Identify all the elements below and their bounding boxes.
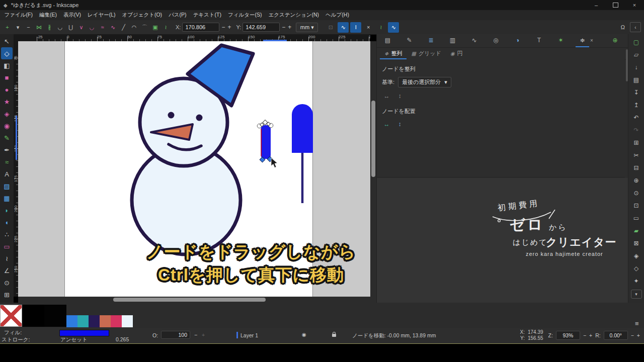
chip-salmon[interactable] — [100, 315, 111, 327]
snap-toggle-icon[interactable]: Ω — [621, 24, 625, 30]
tab-layers-objects[interactable]: ≣ — [424, 34, 438, 46]
tool-eraser[interactable]: ▭ — [1, 240, 13, 252]
menu-help[interactable]: ヘルプ(H) — [323, 12, 353, 19]
layer-lock-icon[interactable] — [332, 334, 336, 337]
tool-shape-builder[interactable]: ◧ — [1, 59, 13, 71]
minimize-icon[interactable]: – — [587, 0, 606, 10]
menu-layer[interactable]: レイヤー(L) — [84, 12, 119, 19]
tool-connector[interactable]: ≀ — [1, 252, 13, 264]
swatch-black-2[interactable] — [44, 305, 66, 327]
tab-find[interactable]: ◎ — [489, 34, 503, 46]
print-icon[interactable]: ▤ — [630, 73, 642, 86]
x-increment-icon[interactable]: + — [227, 24, 231, 31]
chip-blue[interactable] — [66, 315, 77, 327]
tool-dropper[interactable]: ◗ — [1, 204, 13, 216]
menu-filters[interactable]: フィルター(S) — [225, 12, 265, 19]
horizontal-scrollbar-thumb[interactable] — [113, 298, 266, 302]
unlink-clone-icon[interactable]: ◇ — [630, 262, 642, 275]
rotation-field[interactable]: 0.00° — [604, 331, 628, 340]
stroke-width-value[interactable]: 0.265 — [116, 336, 129, 342]
zoom-page-icon[interactable]: ⊡ — [630, 199, 642, 212]
horizontal-ruler[interactable]: -250255075100125150175200225250 — [18, 34, 370, 41]
chip-alice-white[interactable] — [122, 315, 133, 327]
tool-3dbox[interactable]: ◈ — [1, 108, 13, 120]
toggle-show-helper[interactable]: I — [350, 22, 361, 33]
panel-resize-grip[interactable]: ⁞ — [371, 163, 373, 168]
opacity-increment-icon[interactable]: + — [202, 332, 205, 338]
canvas-viewport[interactable]: ノードをドラッグしながら Ctrlを押して真下に移動 — [18, 41, 370, 297]
paste-icon[interactable]: ⊟ — [630, 161, 642, 174]
break-nodes-icon[interactable]: ∦ — [44, 22, 55, 32]
toggle-show-outline[interactable]: ∿ — [388, 22, 399, 33]
delete-node-icon[interactable]: − — [23, 22, 34, 32]
menu-file[interactable]: ファイル(F) — [1, 12, 36, 19]
y-decrement-icon[interactable]: − — [281, 24, 286, 31]
tool-gradient[interactable]: ▨ — [1, 180, 13, 192]
zoom-width-icon[interactable]: ▭ — [630, 212, 642, 224]
tool-selector[interactable]: ↖ — [1, 35, 13, 47]
tool-node[interactable]: ◇ — [1, 47, 13, 59]
tool-calligraphy[interactable]: ≈ — [1, 156, 13, 168]
delete-segment-icon[interactable]: ⋃ — [65, 22, 76, 32]
align-nodes-horizontal-button[interactable]: ↔ — [382, 91, 391, 101]
zoom-increment-icon[interactable]: + — [589, 332, 592, 338]
menu-edit[interactable]: 編集(E) — [36, 12, 60, 19]
y-coordinate-field[interactable]: 142.659 — [243, 23, 280, 32]
tab-path-effects[interactable]: ✶ — [554, 34, 568, 46]
zoom-decrement-icon[interactable]: − — [583, 332, 586, 338]
stroke-to-path-icon[interactable]: ≀ — [160, 22, 171, 32]
edited-shape[interactable] — [261, 125, 271, 159]
opacity-decrement-icon[interactable]: − — [194, 332, 197, 338]
zoom-selection-icon[interactable]: ⊕ — [630, 174, 642, 187]
tool-paint-bucket[interactable]: ◖ — [1, 216, 13, 228]
tab-xml-editor[interactable]: ✎ — [403, 34, 416, 46]
opacity-field[interactable]: 100 — [161, 331, 190, 339]
duplicate-icon[interactable]: ⊠ — [630, 237, 642, 249]
tool-rectangle[interactable]: ■ — [1, 71, 13, 83]
import-icon[interactable]: ↧ — [630, 86, 642, 99]
export-icon[interactable]: ↥ — [630, 99, 642, 111]
rotation-decrement-icon[interactable]: − — [631, 332, 634, 338]
swatch-black[interactable] — [22, 305, 44, 327]
open-file-icon[interactable]: ▱ — [630, 48, 642, 61]
unit-selector[interactable]: mm ▾ — [296, 23, 318, 32]
maximize-icon[interactable] — [606, 0, 625, 10]
new-document-icon[interactable]: ▢ — [630, 36, 642, 48]
snowman-eye-right[interactable] — [196, 115, 203, 121]
cut-icon[interactable]: ✂ — [630, 149, 642, 161]
insert-node-icon[interactable]: + — [2, 22, 13, 32]
close-panel-icon[interactable]: × — [590, 38, 593, 43]
line-segment-icon[interactable]: ╱ — [118, 22, 129, 32]
distribute-nodes-horizontal-button[interactable]: ↔ — [382, 119, 391, 129]
layer-name[interactable]: Layer 1 — [240, 332, 258, 338]
group-icon[interactable]: ✦ — [630, 275, 642, 287]
vertical-scrollbar[interactable] — [370, 41, 376, 303]
more-commands-icon[interactable]: ▾ — [631, 290, 642, 299]
fill-color-swatch[interactable] — [59, 330, 109, 336]
toggle-transform-handles[interactable]: ⊡ — [325, 22, 336, 33]
join-with-segment-icon[interactable]: ◡ — [55, 22, 65, 32]
tab-paths[interactable]: ∿ — [467, 34, 481, 46]
tool-star[interactable]: ★ — [1, 96, 13, 108]
toggle-x[interactable]: × — [363, 22, 374, 33]
menu-object[interactable]: オブジェクト(O) — [119, 12, 166, 19]
tool-pen[interactable]: ✒ — [1, 144, 13, 156]
rotation-increment-icon[interactable]: + — [637, 332, 640, 338]
tab-align-nodes[interactable]: ≑ — [576, 34, 589, 47]
redo-icon[interactable]: ↷ — [630, 124, 642, 136]
tool-measure[interactable]: ∠ — [1, 264, 13, 277]
save-icon[interactable]: ↓ — [630, 61, 642, 73]
insert-node-menu-icon[interactable]: ▾ — [13, 22, 23, 32]
stroke-value[interactable]: アンセット — [60, 336, 88, 343]
toggle-bezier-handles[interactable]: ∿ — [338, 22, 349, 33]
vertical-ruler[interactable]: 75100125150175200225250 — [14, 41, 18, 297]
subtab-align[interactable]: ≑整列 — [380, 48, 407, 59]
join-nodes-icon[interactable]: ⋈ — [34, 22, 44, 32]
tool-spray[interactable]: ∴ — [1, 228, 13, 240]
symmetric-node-icon[interactable]: ≈ — [97, 22, 108, 32]
swatches-icon[interactable]: ▰ — [630, 224, 642, 237]
tool-pages[interactable]: ⊞ — [1, 289, 13, 301]
zoom-field[interactable]: 93% — [556, 331, 580, 340]
chip-crimson[interactable] — [111, 315, 122, 327]
tab-zoom[interactable]: ⊕ — [608, 34, 622, 46]
